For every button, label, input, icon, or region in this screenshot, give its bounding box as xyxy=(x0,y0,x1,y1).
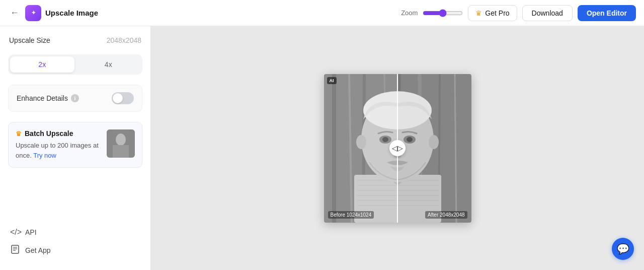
scale-buttons: 2x 4x xyxy=(8,54,142,75)
enhance-details-toggle[interactable] xyxy=(112,92,134,104)
canvas-area: AI xyxy=(151,26,644,270)
app-icon-label: ✦ xyxy=(31,10,36,16)
batch-thumb-image xyxy=(107,129,135,158)
scale-2x-button[interactable]: 2x xyxy=(10,56,74,73)
batch-title-label: Batch Upscale xyxy=(25,129,73,138)
header-right: Zoom ♛ Get Pro Download Open Editor xyxy=(401,5,636,21)
after-label: After 2048x2048 xyxy=(425,211,467,219)
main-layout: Upscale Size 2048x2048 2x 4x Enhance Det… xyxy=(0,26,644,270)
handle-icon: ◁▷ xyxy=(392,144,403,152)
svg-rect-34 xyxy=(397,74,471,223)
get-app-label: Get App xyxy=(25,246,51,254)
page-title: Upscale Image xyxy=(45,9,98,17)
api-icon: </> xyxy=(10,228,20,237)
enhance-info-icon[interactable]: i xyxy=(71,94,79,102)
toggle-thumb xyxy=(113,93,123,103)
svg-point-1 xyxy=(116,133,126,146)
ai-badge: AI xyxy=(327,77,337,84)
api-label: API xyxy=(25,228,37,236)
sidebar: Upscale Size 2048x2048 2x 4x Enhance Det… xyxy=(0,26,151,270)
batch-upscale-card: ♛ Batch Upscale Upscale up to 200 images… xyxy=(8,122,142,168)
app-icon: ✦ xyxy=(25,5,41,21)
get-app-icon xyxy=(10,245,20,256)
nav-items: </> API Get App xyxy=(8,224,142,260)
get-pro-label: Get Pro xyxy=(485,9,509,17)
scale-4x-button[interactable]: 4x xyxy=(76,56,141,73)
header: ← ✦ Upscale Image Zoom ♛ Get Pro Downloa… xyxy=(0,0,644,26)
crown-icon: ♛ xyxy=(475,9,482,17)
nav-item-get-app[interactable]: Get App xyxy=(8,241,142,260)
enhance-details-label: Enhance Details xyxy=(17,94,68,102)
zoom-slider[interactable] xyxy=(423,9,463,17)
svg-rect-33 xyxy=(324,74,397,223)
before-label: Before 1024x1024 xyxy=(328,211,374,219)
toggle-track xyxy=(112,92,134,104)
open-editor-button[interactable]: Open Editor xyxy=(578,5,636,21)
download-label: Download xyxy=(532,9,563,17)
upscale-size-row: Upscale Size 2048x2048 xyxy=(8,36,142,44)
enhance-details-row: Enhance Details i xyxy=(8,85,142,112)
get-pro-button[interactable]: ♛ Get Pro xyxy=(468,5,517,21)
back-button[interactable]: ← xyxy=(8,6,21,20)
upscale-size-label: Upscale Size xyxy=(9,36,50,44)
svg-rect-3 xyxy=(113,145,129,158)
enhance-label-wrap: Enhance Details i xyxy=(17,94,79,102)
svg-rect-4 xyxy=(12,245,19,253)
comparison-handle[interactable]: ◁▷ xyxy=(389,140,406,156)
batch-thumbnail xyxy=(107,129,135,158)
comparison-container[interactable]: AI xyxy=(324,74,471,223)
chat-icon: 💬 xyxy=(617,243,629,255)
nav-item-api[interactable]: </> API xyxy=(8,224,142,241)
batch-crown-icon: ♛ xyxy=(16,130,22,138)
batch-title: ♛ Batch Upscale xyxy=(16,129,101,138)
chat-button[interactable]: 💬 xyxy=(612,238,634,260)
try-now-link[interactable]: Try now xyxy=(33,152,56,159)
batch-description: Upscale up to 200 images at once. Try no… xyxy=(16,141,101,160)
header-left: ← ✦ Upscale Image xyxy=(8,5,395,21)
back-icon: ← xyxy=(10,8,19,18)
download-button[interactable]: Download xyxy=(522,5,573,21)
zoom-label: Zoom xyxy=(401,9,418,17)
upscale-size-value: 2048x2048 xyxy=(107,36,141,44)
open-editor-label: Open Editor xyxy=(587,9,627,17)
batch-card-text: ♛ Batch Upscale Upscale up to 200 images… xyxy=(16,129,101,160)
